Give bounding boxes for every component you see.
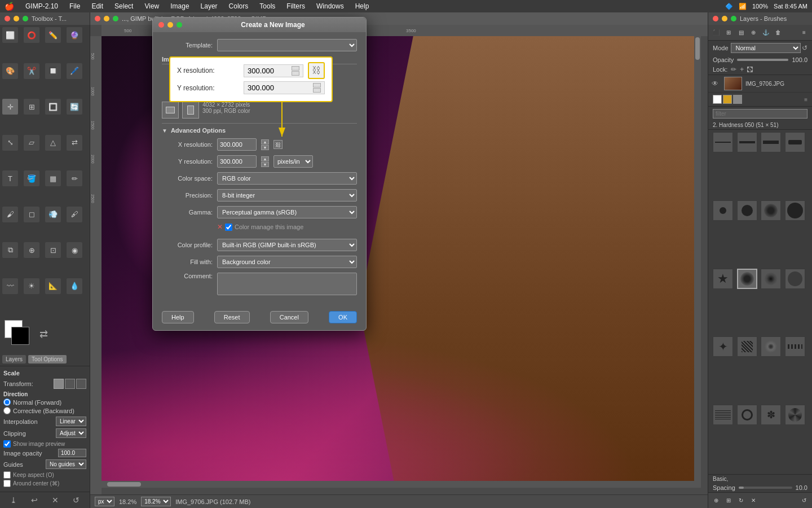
x-res-up[interactable]: ▲ bbox=[261, 139, 269, 144]
interpolation-select[interactable]: Linear bbox=[56, 417, 86, 426]
tool-dodge-burn[interactable]: ☀ bbox=[24, 278, 39, 294]
tool-paintbrush[interactable]: 🖌 bbox=[2, 207, 18, 222]
brush-item-12[interactable] bbox=[785, 269, 805, 289]
color-manage-checkbox[interactable] bbox=[225, 224, 232, 231]
swatches-menu[interactable]: ≡ bbox=[804, 97, 807, 103]
tool-flip[interactable]: ⇄ bbox=[67, 135, 82, 151]
brush-item-5[interactable] bbox=[713, 200, 733, 221]
tool-perspective-clone[interactable]: ⊡ bbox=[45, 242, 61, 258]
y-res-down[interactable]: ▼ bbox=[261, 162, 269, 167]
create-new-image-dialog[interactable]: Create a New Image Template: Image Size … bbox=[152, 17, 367, 331]
tool-foreground-select[interactable]: 🔲 bbox=[45, 63, 61, 79]
res-unit-select[interactable]: pixels/in bbox=[273, 155, 313, 168]
minimize-button[interactable] bbox=[14, 16, 19, 21]
duplicate-layer-button[interactable]: ⊕ bbox=[748, 27, 759, 38]
opacity-slider[interactable] bbox=[737, 59, 788, 61]
apple-menu[interactable]: 🍎 bbox=[5, 2, 14, 11]
transform-icon-2[interactable] bbox=[65, 379, 75, 389]
keep-aspect-checkbox[interactable] bbox=[3, 471, 11, 479]
canvas-minimize[interactable] bbox=[104, 16, 109, 21]
brush-item-13[interactable]: ✦ bbox=[713, 336, 733, 357]
color-space-select[interactable]: RGB color bbox=[217, 172, 357, 185]
lock-all-button[interactable]: ⛞ bbox=[747, 65, 754, 73]
right-maximize[interactable] bbox=[731, 16, 736, 21]
menu-windows[interactable]: Windows bbox=[314, 2, 346, 10]
menu-tools[interactable]: Tools bbox=[257, 2, 277, 10]
width-chain[interactable]: ⛓ bbox=[273, 69, 283, 78]
brush-item-15[interactable] bbox=[761, 336, 781, 357]
gamma-select[interactable]: Perceptual gamma (sRGB) bbox=[217, 206, 357, 218]
undo-button[interactable]: ↩ bbox=[31, 496, 38, 505]
canvas-maximize[interactable] bbox=[113, 16, 118, 21]
reset-button[interactable]: Reset bbox=[214, 311, 250, 323]
scrollbar-horizontal[interactable] bbox=[102, 481, 694, 488]
menu-select[interactable]: Select bbox=[112, 2, 135, 10]
unit-select-size[interactable]: px bbox=[287, 68, 315, 80]
tool-scale[interactable]: ⤡ bbox=[2, 135, 18, 151]
width-up[interactable]: ▲ bbox=[261, 69, 269, 74]
tool-paths[interactable]: 🖊️ bbox=[67, 63, 82, 79]
brush-item-18[interactable] bbox=[737, 405, 757, 425]
brush-item-7[interactable] bbox=[761, 200, 781, 221]
y-res-input[interactable] bbox=[217, 155, 257, 168]
tool-ink[interactable]: 🖋 bbox=[67, 207, 82, 222]
menu-image[interactable]: Image bbox=[168, 2, 191, 10]
guides-select[interactable]: No guides bbox=[46, 459, 86, 469]
right-close[interactable] bbox=[713, 16, 718, 21]
x-res-down[interactable]: ▼ bbox=[261, 145, 269, 150]
brush-item-17[interactable] bbox=[713, 405, 733, 425]
to-image-button[interactable]: ⤓ bbox=[10, 496, 17, 505]
xy-chain[interactable]: ⛓ bbox=[273, 140, 283, 149]
transform-icon-1[interactable] bbox=[54, 379, 64, 389]
tool-smudge[interactable]: 〰 bbox=[2, 278, 18, 294]
layer-visibility-icon[interactable]: 👁 bbox=[712, 80, 721, 87]
brush-item-14[interactable] bbox=[737, 336, 757, 357]
tool-airbrush[interactable]: 💨 bbox=[45, 207, 61, 222]
ok-button[interactable]: OK bbox=[329, 311, 357, 323]
height-up[interactable]: ▲ bbox=[261, 86, 269, 91]
restore-button[interactable]: ↺ bbox=[73, 496, 80, 505]
delete-button[interactable]: ✕ bbox=[52, 496, 59, 505]
new-layer-button[interactable]: ⬛ bbox=[710, 27, 722, 38]
width-down[interactable]: ▼ bbox=[261, 75, 269, 80]
lock-position-button[interactable]: + bbox=[740, 65, 744, 73]
tool-color-picker[interactable]: 💧 bbox=[67, 278, 82, 294]
tool-ellipse-select[interactable]: ⭕ bbox=[24, 27, 39, 43]
close-button[interactable] bbox=[5, 16, 10, 21]
x-res-input[interactable] bbox=[217, 138, 257, 151]
swap-colors-icon[interactable]: ⇄ bbox=[39, 328, 48, 340]
brush-item-3[interactable] bbox=[761, 132, 781, 152]
brush-item-4[interactable] bbox=[785, 132, 805, 152]
tool-text[interactable]: T bbox=[2, 170, 18, 186]
maximize-button[interactable] bbox=[23, 16, 28, 21]
unit-select[interactable]: px bbox=[95, 497, 114, 506]
brush-item-11[interactable] bbox=[761, 269, 781, 289]
tool-rect-select[interactable]: ⬜ bbox=[2, 27, 18, 43]
menu-layer[interactable]: Layer bbox=[198, 2, 220, 10]
new-brush-button[interactable]: ⊕ bbox=[710, 495, 722, 506]
menu-file[interactable]: File bbox=[67, 2, 82, 10]
tool-clone[interactable]: ⧉ bbox=[2, 242, 18, 258]
panel-menu-button[interactable]: ≡ bbox=[798, 27, 810, 38]
scrollbar-thumb-h[interactable] bbox=[107, 482, 141, 487]
comment-textarea[interactable] bbox=[217, 273, 357, 295]
menu-colors[interactable]: Colors bbox=[227, 2, 251, 10]
brush-options-button[interactable]: ↺ bbox=[798, 495, 810, 506]
y-res-up[interactable]: ▲ bbox=[261, 156, 269, 161]
mode-history-button[interactable]: ↺ bbox=[802, 44, 807, 52]
tool-pencil[interactable]: ✏ bbox=[67, 170, 82, 186]
refresh-button[interactable]: ↻ bbox=[735, 495, 747, 506]
lower-layer-button[interactable]: ▤ bbox=[735, 27, 747, 38]
brush-item-8[interactable] bbox=[785, 200, 805, 221]
brush-item-1[interactable] bbox=[713, 132, 733, 152]
help-button[interactable]: Help bbox=[162, 311, 194, 323]
anchor-layer-button[interactable]: ⚓ bbox=[760, 27, 771, 38]
tab-tool-options[interactable]: Tool Options bbox=[28, 355, 67, 364]
brush-item-20[interactable] bbox=[785, 405, 805, 425]
right-minimize[interactable] bbox=[722, 16, 727, 21]
color-profile-select[interactable]: Built-in RGB (GIMP built-in sRGB) bbox=[217, 239, 357, 251]
tool-measure[interactable]: 📐 bbox=[45, 278, 61, 294]
scrollbar-vertical[interactable] bbox=[694, 36, 701, 488]
height-down[interactable]: ▼ bbox=[261, 91, 269, 97]
zoom-select[interactable]: 18.2% bbox=[141, 497, 171, 506]
